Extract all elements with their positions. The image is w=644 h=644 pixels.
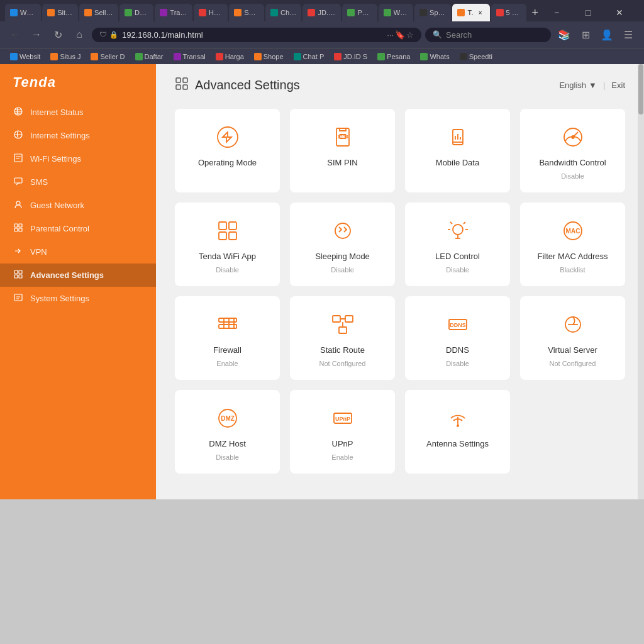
bottom-area — [0, 499, 644, 644]
settings-item-antenna[interactable]: Antenna Settings — [405, 390, 510, 474]
settings-item-tenda-wifi-app[interactable]: Tenda WiFi App Disable — [175, 203, 280, 286]
browser-tab[interactable]: Chat P — [265, 4, 301, 21]
bookmark-item[interactable]: Speedti — [456, 52, 496, 62]
bookmark-item[interactable]: Shope — [250, 52, 287, 62]
bookmark-item[interactable]: Daftar — [131, 52, 167, 62]
settings-item-firewall[interactable]: Firewall Enable — [175, 296, 280, 380]
advanced-settings-icon — [13, 270, 24, 280]
bookmark-label: Websit — [19, 53, 40, 60]
settings-item-mobile-data[interactable]: Mobile Data — [405, 109, 510, 192]
settings-item-name: Filter MAC Address — [538, 252, 608, 261]
sidebar-item-vpn[interactable]: VPN — [0, 240, 156, 264]
tab-label: Websit — [20, 9, 36, 16]
sidebar-item-advanced-settings[interactable]: Advanced Settings — [0, 264, 156, 287]
tab-favicon — [270, 9, 278, 16]
settings-item-virtual-server[interactable]: Virtual Server Not Configured — [520, 296, 625, 380]
scrollbar[interactable] — [638, 64, 644, 499]
bookmark-item[interactable]: Chat P — [290, 52, 328, 62]
browser-tab[interactable]: Harga — [194, 4, 228, 21]
tab-favicon — [160, 9, 167, 16]
settings-item-static-route[interactable]: Static Route Not Configured — [290, 296, 395, 380]
browser-tab[interactable]: Speedt — [414, 4, 451, 21]
bookmark-item[interactable]: JD.ID S — [330, 52, 371, 62]
settings-item-sleeping-mode[interactable]: Sleeping Mode Disable — [290, 203, 395, 286]
browser-tab[interactable]: Websit — [5, 4, 41, 21]
internet-status-icon — [13, 107, 24, 118]
bookmark-item[interactable]: Whats — [416, 52, 453, 62]
browser-tab[interactable]: Pesan — [342, 4, 377, 21]
tab-label: Transal — [170, 9, 187, 16]
settings-item-ddns[interactable]: DDNS DDNS Disable — [405, 296, 510, 380]
sidebar-item-internet-settings[interactable]: Internet Settings — [0, 124, 156, 147]
search-icon: 🔍 — [433, 30, 442, 39]
tab-label: Harga — [209, 9, 223, 16]
operating-mode-icon — [212, 121, 243, 153]
browser-tab[interactable]: Daftar — [119, 4, 153, 21]
browser-tab[interactable]: 5 Cara — [491, 4, 527, 21]
bookmark-item[interactable]: Websit — [6, 52, 44, 62]
browser-tab[interactable]: Situs J — [42, 4, 78, 21]
settings-item-status: Disable — [331, 266, 354, 274]
tab-label: JD.ID S — [318, 9, 336, 16]
address-input-wrapper[interactable]: 🛡 🔒 192.168.0.1/main.html ··· 🔖 ☆ — [92, 28, 421, 42]
sleeping-icon — [327, 215, 358, 247]
sidebar-item-internet-status[interactable]: Internet Status — [0, 101, 156, 124]
settings-item-upnp[interactable]: UPnP UPnP Enable — [290, 390, 395, 474]
split-view-button[interactable]: ⊞ — [576, 25, 595, 44]
sidebar-item-sms[interactable]: SMS — [0, 170, 156, 194]
bookmark-label: Transal — [183, 53, 206, 60]
shield-icon: 🛡 — [99, 30, 107, 39]
bookmark-item[interactable]: Situs J — [47, 52, 84, 62]
home-button[interactable]: ⌂ — [70, 26, 88, 43]
sidebar-item-system-settings[interactable]: System Settings — [0, 287, 156, 310]
toolbar-right: 📚 ⊞ 👤 ☰ — [555, 25, 638, 44]
maximize-button[interactable]: □ — [574, 4, 602, 21]
language-selector[interactable]: English ▼ — [559, 80, 597, 90]
tenda-app-icon — [212, 215, 243, 247]
bookmark-item[interactable]: Harga — [212, 52, 248, 62]
close-button[interactable]: ✕ — [605, 4, 634, 21]
bookmark-item[interactable]: Seller D — [87, 52, 128, 62]
browser-tab[interactable]: Ten × — [452, 4, 489, 21]
bookmark-item[interactable]: Pesana — [374, 52, 414, 62]
sidebar-item-wifi-settings[interactable]: Wi-Fi Settings — [0, 147, 156, 170]
svg-rect-12 — [19, 275, 22, 278]
sidebar-label: Guest Network — [30, 201, 84, 210]
browser-tab[interactable]: Transal — [155, 4, 192, 21]
browser-tab[interactable]: Shope — [229, 4, 264, 21]
sidebar-item-parental-control[interactable]: Parental Control — [0, 217, 156, 240]
reload-button[interactable]: ↻ — [49, 26, 67, 43]
back-button[interactable]: ← — [6, 26, 24, 43]
tab-favicon — [457, 9, 465, 16]
search-wrapper[interactable]: 🔍 Search — [425, 28, 551, 42]
new-tab-button[interactable]: + — [528, 4, 542, 21]
tab-label: Chat P — [280, 9, 296, 16]
settings-item-sim-pin[interactable]: 1234 SIM PIN — [290, 109, 395, 192]
settings-item-status: Disable — [446, 266, 469, 274]
settings-item-bandwidth-control[interactable]: Bandwidth Control Disable — [520, 109, 625, 192]
account-button[interactable]: 👤 — [597, 25, 616, 44]
library-button[interactable]: 📚 — [555, 25, 574, 44]
settings-item-status: Not Configured — [550, 360, 596, 367]
tab-favicon — [10, 9, 18, 16]
bookmark-label: Whats — [430, 53, 449, 60]
sidebar-label: Internet Settings — [30, 131, 90, 140]
minimize-button[interactable]: − — [542, 4, 571, 21]
vpn-icon — [13, 247, 24, 257]
bookmark-item[interactable]: Transal — [170, 52, 209, 62]
settings-item-filter-mac[interactable]: MAC Filter MAC Address Blacklist — [520, 203, 625, 286]
sidebar-label: Parental Control — [30, 224, 89, 233]
exit-button[interactable]: Exit — [611, 80, 625, 90]
browser-tab[interactable]: JD.ID S — [303, 4, 341, 21]
sidebar-item-guest-network[interactable]: Guest Network — [0, 194, 156, 217]
settings-item-led-control[interactable]: LED Control Disable — [405, 203, 510, 286]
forward-button[interactable]: → — [28, 26, 45, 43]
tab-close-icon[interactable]: × — [476, 8, 485, 17]
browser-tab[interactable]: Whats — [379, 4, 413, 21]
tab-label: 5 Cara — [506, 9, 522, 16]
menu-button[interactable]: ☰ — [619, 25, 638, 44]
settings-item-dmz[interactable]: DMZ DMZ Host Disable — [175, 390, 280, 474]
settings-item-operating-mode[interactable]: Operating Mode — [175, 109, 280, 192]
browser-tab[interactable]: Seller D — [79, 4, 118, 21]
settings-item-status: Disable — [561, 172, 584, 180]
